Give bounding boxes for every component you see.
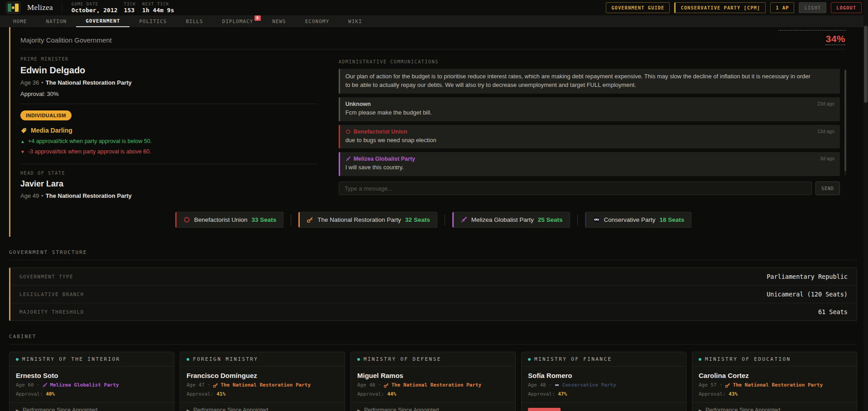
tag-icon — [20, 127, 27, 134]
ministry-status-dot — [187, 358, 189, 361]
send-button[interactable]: SEND — [815, 182, 840, 195]
nav-tab-government[interactable]: GOVERNMENT — [76, 15, 129, 27]
party-chip-melizea-globalist[interactable]: Melizea Globalist Party 25 Seats — [452, 212, 570, 228]
message: Benefactorist Union due to bugs we need … — [339, 125, 840, 149]
top-bar: Melizea GAME DATE October, 2012 TICK 153… — [0, 0, 868, 15]
message-sender: Melizea Globalist Party — [345, 156, 811, 162]
prime-minister-label: PRIME MINISTER — [20, 57, 318, 62]
head-of-state-name: Javier Lara — [20, 179, 318, 189]
parliament-parties-row: Benefactorist Union 33 Seats The Nationa… — [20, 212, 846, 228]
party-chip-national-restoration[interactable]: The National Restoration Party 32 Seats — [298, 212, 437, 228]
government-type-title: Majority Coalition Government — [20, 30, 112, 44]
structure-row-value: 61 Seats — [818, 308, 848, 315]
structure-row-government-type: GOVERNMENT TYPE Parliamentary Republic — [10, 268, 857, 286]
nav-tab-news[interactable]: NEWS — [263, 15, 296, 27]
structure-row-label: LEGISLATIVE BRANCH — [19, 292, 84, 297]
theme-toggle-button[interactable]: LIGHT — [799, 2, 826, 13]
nav-tab-diplomacy[interactable]: DIPLOMACY 9 — [213, 15, 263, 27]
minister-name: Carolina Cortez — [699, 372, 850, 379]
minister-age: Age 47 — [187, 382, 205, 388]
performance-toggle[interactable]: Performance Since Appointed — [351, 402, 515, 411]
minister-approval-value: 43% — [729, 391, 738, 397]
key-icon — [307, 216, 313, 223]
trait-effect-positive-text: +4 approval/tick when party approval is … — [28, 138, 152, 144]
performance-toggle[interactable]: Performance Since Appointed — [10, 402, 174, 411]
message-timestamp: 23d ago — [817, 101, 834, 106]
coalition-stability[interactable]: 34% — [778, 30, 846, 44]
structure-row-label: GOVERNMENT TYPE — [19, 274, 73, 279]
performance-toggle[interactable]: Performance Since Appointed — [180, 402, 345, 411]
head-of-state-meta: Age 49The National Restoration Party — [20, 192, 318, 199]
trait-effect-positive: +4 approval/tick when party approval is … — [20, 138, 318, 144]
message-body: I will save this country. — [345, 163, 811, 172]
nav-tab-wiki[interactable]: WIKI — [339, 15, 372, 27]
ministry-dept-title: MINISTRY OF THE INTERIOR — [22, 356, 120, 362]
dagger-icon — [460, 216, 467, 223]
trait-name: Media Darling — [31, 127, 72, 134]
nav-tab-economy[interactable]: ECONOMY — [296, 15, 339, 27]
nav-tab-home[interactable]: HOME — [4, 15, 37, 27]
minister-name: Francisco Domínguez — [187, 372, 338, 379]
party-name: The National Restoration Party — [317, 216, 401, 223]
main-nav: HOME NATION GOVERNMENT POLITICS BILLS DI… — [0, 15, 868, 27]
trait-effect-negative: -3 approval/tick when party approval is … — [20, 148, 318, 155]
party-seats: 32 Seats — [405, 216, 430, 223]
structure-row-legislative-branch: LEGISLATIVE BRANCH Unicameral (120 Seats… — [10, 286, 857, 303]
message-list-scrollbar[interactable] — [844, 70, 846, 175]
message-list[interactable]: Our plan of action for the budget is to … — [339, 69, 846, 176]
ministry-card-interior: MINISTRY OF THE INTERIOR Ernesto Soto Ag… — [9, 352, 174, 411]
minister-approval-label: Approval: — [699, 391, 726, 397]
logout-button[interactable]: LOGOUT — [831, 2, 862, 13]
separator — [291, 215, 291, 225]
ring-icon — [183, 216, 190, 223]
divider — [62, 3, 62, 13]
page-scrollbar[interactable] — [863, 0, 868, 411]
minister-age: Age 57 — [699, 382, 717, 388]
head-of-state-label: HEAD OF STATE — [20, 171, 318, 176]
message-timestamp: 13d ago — [817, 129, 834, 134]
minister-party-name: The National Restoration Party — [221, 382, 311, 388]
party-chip-conservative[interactable]: Conservative Party 18 Seats — [585, 212, 692, 228]
tick-stat: TICK 153 — [124, 2, 136, 14]
nav-tab-nation[interactable]: NATION — [37, 15, 77, 27]
message-sender-text: Melizea Globalist Party — [354, 156, 415, 162]
separator — [577, 215, 578, 225]
resign-button[interactable]: RESIGN — [528, 408, 561, 411]
government-guide-button[interactable]: GOVERNMENT GUIDE — [606, 2, 670, 13]
party-seats: 33 Seats — [251, 216, 276, 223]
government-structure-header: GOVERNMENT STRUCTURE — [9, 248, 857, 260]
message-sender: Benefactorist Union — [345, 129, 811, 135]
minister-age: Age 48 — [357, 382, 375, 388]
game-date-stat: GAME DATE October, 2012 — [72, 2, 118, 14]
minister-age: Age 48 — [528, 382, 546, 388]
tick-label: TICK — [124, 2, 136, 6]
nation-flag-icon — [5, 1, 21, 14]
dagger-icon — [345, 156, 351, 162]
player-party-button[interactable]: CONSERVATIVE PARTY [CPM] — [674, 2, 766, 13]
coalition-government-panel: Majority Coalition Government 34% PRIME … — [9, 27, 857, 237]
ninja-icon — [554, 382, 560, 388]
party-name: Benefactorist Union — [194, 216, 248, 223]
party-seats: 18 Seats — [660, 216, 685, 223]
action-points-button[interactable]: 1 AP — [770, 2, 794, 13]
ministry-status-dot — [699, 358, 701, 361]
message-input[interactable] — [339, 182, 812, 195]
minister-approval-value: 40% — [46, 391, 55, 397]
game-date-value: October, 2012 — [72, 7, 118, 14]
prime-minister-name: Edwin Delgado — [20, 65, 318, 76]
page-scrollbar-thumb[interactable] — [864, 26, 868, 103]
nav-tab-bills[interactable]: BILLS — [176, 15, 212, 27]
next-tick-label: NEXT TICK — [142, 2, 174, 6]
minister-party: Melizea Globalist Party — [42, 382, 119, 388]
nav-tab-politics[interactable]: POLITICS — [129, 15, 176, 27]
minister-party-name: Melizea Globalist Party — [50, 382, 119, 388]
message-body: Fcm please make the budget bill. — [345, 109, 811, 117]
game-date-label: GAME DATE — [72, 2, 118, 6]
party-chip-benefactorist-union[interactable]: Benefactorist Union 33 Seats — [175, 212, 284, 228]
performance-toggle[interactable]: Performance Since Appointed — [692, 402, 857, 411]
ministry-card-education: MINISTRY OF EDUCATION Carolina Cortez Ag… — [692, 352, 857, 411]
ring-icon — [345, 129, 351, 134]
app-title: Melizea — [27, 3, 53, 12]
tick-value: 153 — [124, 7, 136, 14]
minister-name: Ernesto Soto — [16, 372, 168, 379]
